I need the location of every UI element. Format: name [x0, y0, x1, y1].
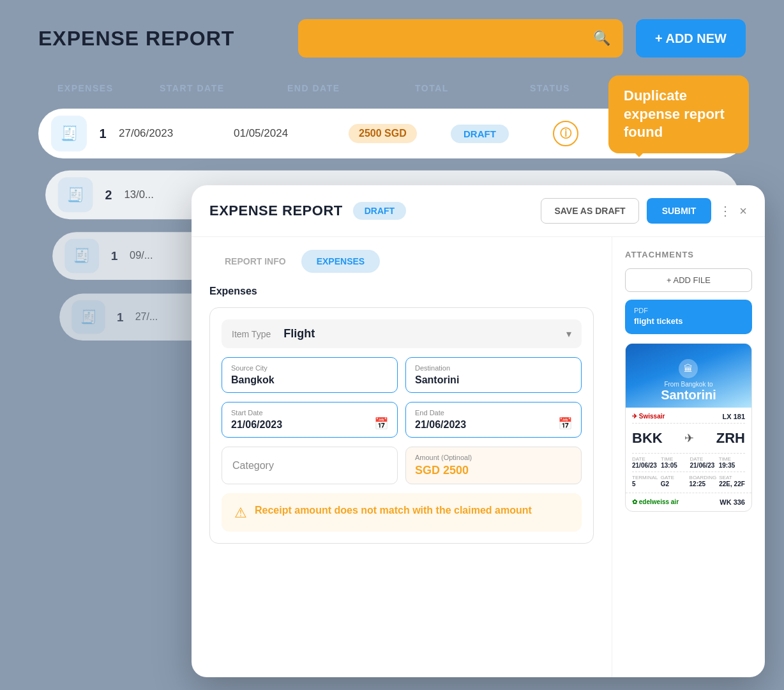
receipt-icon: 🧾	[72, 300, 105, 334]
depart-date-cell: DATE 21/06/23	[632, 456, 658, 469]
receipt-icon: 🧾	[51, 116, 87, 151]
ticket-destination: Santorini	[661, 388, 716, 402]
category-amount-row: Category Amount (Optinoal) SGD 2500	[222, 447, 582, 484]
submit-button[interactable]: SUBMIT	[647, 198, 712, 224]
expense-report-modal: EXPENSE REPORT DRAFT SAVE AS DRAFT SUBMI…	[192, 185, 765, 677]
boarding-cell: BOARDING 12:25	[690, 475, 717, 487]
amount-field[interactable]: Amount (Optinoal) SGD 2500	[405, 447, 582, 484]
search-icon: 🔍	[593, 30, 610, 47]
ticket-airports: BKK ✈ ZRH	[632, 426, 745, 450]
start-date-field[interactable]: Start Date 21/06/2023 📅	[222, 402, 398, 438]
arrive-date-cell: DATE 21/06/23	[690, 456, 716, 469]
destination-field[interactable]: Destination Santorini	[405, 357, 582, 393]
ticket-from-text: From Bangkok to	[661, 381, 716, 388]
receipt-icon: 🧾	[64, 239, 99, 273]
airline2-row: ✿ edelweiss air WK 336	[632, 498, 745, 506]
date-fields: Start Date 21/06/2023 📅 End Date 21/06/2…	[222, 402, 582, 438]
row-total: 2500 SGD	[349, 124, 451, 143]
flight-arrow-icon: ✈	[684, 431, 694, 445]
modal-actions: SAVE AS DRAFT SUBMIT ⋮ ×	[541, 198, 747, 224]
modal-tabs: REPORT INFO EXPENSES	[209, 250, 594, 273]
source-city-field[interactable]: Source City Bangkok	[222, 357, 398, 393]
flight-number: LX 181	[723, 413, 745, 420]
expense-card: Item Type Flight ▾ Source City Bangkok D…	[209, 307, 594, 544]
flight2-number: WK 336	[720, 498, 745, 506]
calendar-icon: 📅	[558, 417, 572, 431]
end-date-field[interactable]: End Date 21/06/2023 📅	[405, 402, 582, 438]
start-date-label: Start Date	[231, 409, 282, 417]
tab-expenses[interactable]: EXPENSES	[301, 250, 380, 273]
more-options-icon[interactable]: ⋮	[719, 203, 732, 218]
location-fields: Source City Bangkok Destination Santorin…	[222, 357, 582, 393]
row-number: 1	[105, 310, 135, 324]
arrive-time-cell: TIME 19:35	[719, 456, 745, 469]
building-icon: 🏛	[679, 359, 698, 378]
destination-label: Destination	[415, 364, 572, 372]
col-expenses: EXPENSES	[57, 83, 160, 93]
airline-row: ✈ Swissair LX 181	[632, 413, 745, 420]
source-city-label: Source City	[231, 364, 388, 372]
item-type-label: Item Type	[232, 329, 271, 339]
status-badge: DRAFT	[451, 125, 509, 143]
calendar-icon: 📅	[374, 417, 388, 431]
search-bar[interactable]: 🔍	[298, 19, 623, 57]
amount-value: SGD 2500	[415, 464, 572, 477]
total-badge: 2500 SGD	[349, 124, 417, 143]
warning-text: Receipt amount does not match with the c…	[255, 503, 532, 518]
ticket-details-row: DATE 21/06/23 TIME 13:05 DATE 21/06/23	[632, 456, 745, 469]
pdf-attachment[interactable]: PDF flight tickets	[625, 300, 752, 334]
ticket-body: ✈ Swissair LX 181 BKK ✈ ZRH	[626, 408, 751, 493]
add-file-button[interactable]: + ADD FILE	[625, 268, 752, 292]
row-number: 1	[99, 249, 130, 263]
ticket-image-top: 🏛 From Bangkok to Santorini	[626, 344, 751, 408]
row-status: DRAFT	[451, 125, 547, 143]
swissair-logo: ✈ Swissair	[632, 413, 665, 420]
ticket-seat-row: TERMINAL 5 GATE G2 BOARDING 12:25 SEAT	[632, 475, 745, 487]
row-number: 2	[93, 188, 124, 203]
warning-icon: ⚠	[234, 505, 247, 521]
header: EXPENSE REPORT 🔍 + ADD NEW	[38, 19, 746, 57]
save-draft-button[interactable]: SAVE AS DRAFT	[541, 198, 638, 224]
duplicate-tooltip: Duplicate expense report found	[608, 75, 749, 153]
item-type-value: Flight	[283, 327, 566, 341]
dropdown-arrow-icon[interactable]: ▾	[566, 328, 571, 340]
modal-left-panel: REPORT INFO EXPENSES Expenses Item Type …	[192, 237, 612, 677]
page-title: EXPENSE REPORT	[38, 27, 234, 50]
end-date-label: End Date	[415, 409, 466, 417]
category-label: Category	[232, 460, 274, 471]
row-end-date: 01/05/2024	[234, 127, 349, 140]
receipt-icon: 🧾	[58, 177, 93, 212]
tab-report-info[interactable]: REPORT INFO	[209, 250, 301, 273]
seat-cell: SEAT 22E, 22F	[719, 475, 745, 487]
row-start-date: 27/06/2023	[119, 127, 234, 140]
amount-label: Amount (Optinoal)	[415, 454, 572, 461]
pdf-filename: flight tickets	[634, 316, 743, 327]
modal-status-badge: DRAFT	[353, 202, 406, 220]
item-type-row: Item Type Flight ▾	[222, 319, 582, 348]
col-end: END DATE	[287, 83, 415, 93]
ticket-preview: 🏛 From Bangkok to Santorini ✈ Swissair L…	[625, 343, 752, 512]
edelweiss-logo: ✿ edelweiss air	[632, 498, 679, 505]
info-button[interactable]: ⓘ	[553, 121, 578, 146]
add-new-button[interactable]: + ADD NEW	[636, 19, 746, 57]
col-start: START DATE	[160, 83, 287, 93]
from-airport: BKK	[632, 430, 663, 447]
add-new-label: + ADD NEW	[655, 31, 727, 46]
start-date-value: 21/06/2023	[231, 419, 282, 431]
depart-time-cell: TIME 13:05	[661, 456, 687, 469]
modal-header: EXPENSE REPORT DRAFT SAVE AS DRAFT SUBMI…	[192, 185, 765, 237]
modal-title: EXPENSE REPORT	[209, 203, 343, 219]
attachments-title: ATTACHMENTS	[625, 250, 752, 259]
to-airport: ZRH	[716, 430, 745, 447]
modal-right-panel: ATTACHMENTS + ADD FILE PDF flight ticket…	[612, 237, 765, 677]
warning-box: ⚠ Receipt amount does not match with the…	[222, 493, 582, 532]
terminal-cell: TERMINAL 5	[632, 475, 658, 487]
close-icon[interactable]: ×	[739, 204, 747, 218]
expenses-section-label: Expenses	[209, 286, 594, 297]
category-field[interactable]: Category	[222, 447, 398, 484]
source-city-value: Bangkok	[231, 374, 388, 386]
col-total: TOTAL	[415, 83, 530, 93]
row-number: 1	[87, 126, 119, 141]
ticket-body2: ✿ edelweiss air WK 336	[626, 493, 751, 511]
pdf-type-label: PDF	[634, 306, 743, 316]
